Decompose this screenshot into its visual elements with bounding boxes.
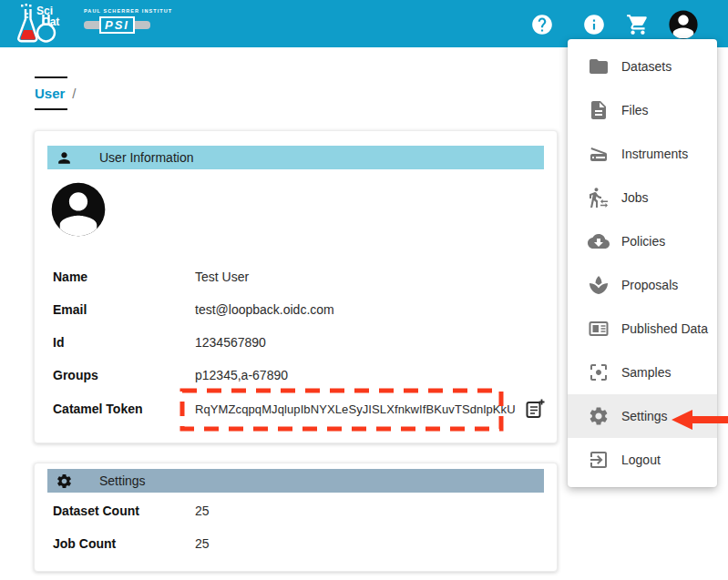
menu-item-label: Datasets (621, 59, 672, 74)
psi-logo-text: PAUL SCHERRER INSTITUT (84, 8, 160, 14)
user-information-card-header: User Information (47, 146, 544, 169)
breadcrumb-user-link[interactable]: User (35, 76, 67, 110)
cloud-download-icon (588, 230, 610, 252)
user-information-title: User Information (99, 150, 193, 165)
field-label: Id (53, 335, 195, 350)
catamel-token-value: RqYMZcqpqMJqlupIbNYXLeSyJISLXfnkwIfBKuvT… (195, 402, 516, 416)
field-value: 25 (195, 536, 210, 551)
field-row-dataset-count: Dataset Count 25 (35, 494, 557, 527)
profile-avatar (49, 180, 108, 239)
settings-card-title: Settings (99, 473, 146, 488)
copy-token-button[interactable] (524, 398, 546, 420)
menu-item-label: Proposals (621, 278, 678, 292)
field-label: Job Count (53, 536, 195, 551)
steam-dots (21, 4, 32, 7)
menu-item-label: Policies (621, 234, 665, 249)
menu-item-label: Samples (621, 365, 671, 380)
cart-icon[interactable] (626, 13, 650, 36)
gear-icon (588, 405, 610, 427)
menu-item-label: Files (621, 103, 649, 117)
user-avatar[interactable] (668, 9, 699, 40)
field-row-name: Name Test User (35, 260, 557, 293)
field-row-email: Email test@loopback.oidc.com (35, 293, 557, 326)
field-label: Name (53, 270, 195, 284)
field-label: Dataset Count (53, 504, 195, 518)
psi-logo: PAUL SCHERRER INSTITUT PSI (84, 8, 160, 34)
svg-text:Cat: Cat (42, 15, 59, 28)
field-label: Catamel Token (53, 402, 195, 416)
walking-person-icon (588, 187, 610, 209)
field-row-job-count: Job Count 25 (35, 527, 557, 560)
help-icon[interactable] (530, 13, 554, 36)
field-value: Test User (195, 270, 249, 284)
field-value: test@loopback.oidc.com (195, 302, 334, 317)
logout-icon (588, 449, 610, 471)
psi-logo-main: PSI (99, 16, 135, 34)
folder-icon (588, 56, 610, 77)
person-icon (56, 149, 73, 167)
settings-card: Settings Dataset Count 25 Job Count 25 (34, 463, 558, 572)
copy-add-icon (524, 398, 546, 420)
scicat-logo[interactable]: Sci Cat (13, 3, 62, 49)
settings-card-header: Settings (47, 469, 544, 493)
menu-item-published-data[interactable]: Published Data (568, 307, 717, 351)
menu-item-policies[interactable]: Policies (568, 219, 717, 263)
field-label: Groups (53, 368, 195, 382)
menu-item-label: Published Data (621, 321, 708, 336)
field-row-catamel-token: Catamel Token RqYMZcqpqMJqlupIbNYXLeSyJI… (35, 393, 557, 424)
menu-item-label: Instruments (621, 147, 688, 161)
file-icon (588, 99, 610, 121)
spa-icon (588, 274, 610, 296)
published-data-icon (588, 318, 610, 340)
menu-item-settings[interactable]: Settings (568, 394, 717, 438)
breadcrumb-separator: / (72, 86, 76, 101)
info-icon[interactable] (582, 13, 606, 36)
field-row-groups: Groups p12345,a-67890 (35, 359, 557, 392)
gear-icon (56, 473, 73, 490)
field-value: 1234567890 (195, 335, 266, 350)
menu-item-logout[interactable]: Logout (568, 438, 717, 482)
menu-item-label: Settings (621, 409, 668, 423)
menu-item-instruments[interactable]: Instruments (568, 132, 717, 176)
menu-item-label: Logout (621, 453, 661, 467)
menu-item-label: Jobs (621, 190, 649, 205)
center-focus-icon (588, 361, 610, 383)
scanner-icon (588, 143, 610, 165)
menu-item-jobs[interactable]: Jobs (568, 176, 717, 219)
field-value: 25 (195, 504, 210, 518)
menu-item-datasets[interactable]: Datasets (568, 45, 717, 88)
field-label: Email (53, 302, 195, 317)
menu-item-files[interactable]: Files (568, 88, 717, 132)
account-dropdown-menu: Datasets Files Instruments Jobs Policies… (568, 39, 717, 487)
breadcrumb: User / (35, 76, 77, 110)
menu-item-samples[interactable]: Samples (568, 351, 717, 394)
user-information-card: User Information Name Test User Email te… (34, 130, 558, 443)
field-value: p12345,a-67890 (195, 368, 288, 382)
menu-item-proposals[interactable]: Proposals (568, 263, 717, 307)
field-row-id: Id 1234567890 (35, 326, 557, 359)
